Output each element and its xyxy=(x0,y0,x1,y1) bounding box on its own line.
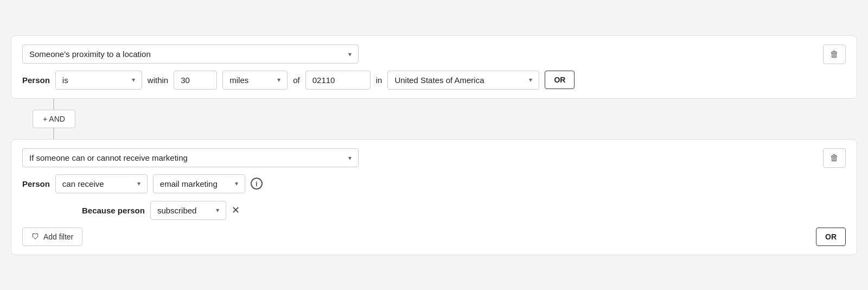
country-dropdown[interactable]: United States of America ▾ xyxy=(387,71,539,90)
card1-row: Person is ▾ within miles ▾ of in United … xyxy=(22,71,846,90)
add-filter-button[interactable]: ⛉ Add filter xyxy=(22,228,82,246)
close-button[interactable]: ✕ xyxy=(232,205,240,215)
proximity-condition-dropdown[interactable]: Someone's proximity to a location ▾ xyxy=(22,45,359,64)
proximity-card: Someone's proximity to a location ▾ 🗑 Pe… xyxy=(11,35,857,99)
email-marketing-dropdown[interactable]: email marketing ▾ xyxy=(153,174,245,193)
info-icon[interactable]: i xyxy=(251,178,263,190)
and-button[interactable]: + AND xyxy=(33,110,75,128)
add-filter-label: Add filter xyxy=(43,232,73,241)
subscribed-value: subscribed xyxy=(157,206,197,215)
card2-header: If someone can or cannot receive marketi… xyxy=(22,148,846,168)
email-marketing-chevron: ▾ xyxy=(235,180,238,187)
card2-or-button[interactable]: OR xyxy=(816,228,846,246)
and-label: + AND xyxy=(43,115,65,123)
card2-condition-select: If someone can or cannot receive marketi… xyxy=(22,148,359,167)
subscribed-chevron: ▾ xyxy=(216,206,219,214)
of-label: of xyxy=(293,75,300,85)
distance-input[interactable] xyxy=(174,71,217,90)
connector-line-bottom xyxy=(53,128,54,139)
card2-person-label: Person xyxy=(22,179,50,188)
card1-or-button[interactable]: OR xyxy=(545,71,575,89)
country-chevron: ▾ xyxy=(529,76,532,84)
zipcode-input[interactable] xyxy=(305,71,371,90)
miles-chevron: ▾ xyxy=(277,76,280,84)
trash-icon: 🗑 xyxy=(830,49,839,59)
proximity-condition-chevron: ▾ xyxy=(348,51,352,58)
miles-dropdown[interactable]: miles ▾ xyxy=(222,71,288,90)
in-label: in xyxy=(376,75,382,85)
miles-value: miles xyxy=(229,75,248,85)
marketing-condition-chevron: ▾ xyxy=(348,154,352,162)
card1-header: Someone's proximity to a location ▾ 🗑 xyxy=(22,45,846,64)
connector-line-top xyxy=(53,99,54,110)
subscribed-dropdown[interactable]: subscribed ▾ xyxy=(150,201,226,220)
because-label: Because person xyxy=(82,206,145,215)
marketing-condition-label: If someone can or cannot receive marketi… xyxy=(29,153,188,162)
can-receive-chevron: ▾ xyxy=(137,180,141,187)
marketing-card: If someone can or cannot receive marketi… xyxy=(11,139,857,255)
country-value: United States of America xyxy=(394,75,484,85)
main-container: Someone's proximity to a location ▾ 🗑 Pe… xyxy=(11,35,857,255)
trash-icon-2: 🗑 xyxy=(830,153,839,163)
is-value: is xyxy=(62,75,68,85)
because-row: Because person subscribed ▾ ✕ xyxy=(22,201,846,220)
can-receive-dropdown[interactable]: can receive ▾ xyxy=(55,174,148,193)
card2-or-label: OR xyxy=(825,232,837,241)
can-receive-value: can receive xyxy=(62,179,104,188)
is-chevron: ▾ xyxy=(132,76,135,84)
card2-rows: Person can receive ▾ email marketing ▾ i… xyxy=(22,174,846,246)
proximity-condition-label: Someone's proximity to a location xyxy=(29,49,151,59)
within-label: within xyxy=(148,75,168,85)
email-marketing-value: email marketing xyxy=(160,179,218,188)
marketing-condition-dropdown[interactable]: If someone can or cannot receive marketi… xyxy=(22,148,359,167)
card2-delete-button[interactable]: 🗑 xyxy=(823,148,846,168)
bottom-row: ⛉ Add filter OR xyxy=(22,228,846,246)
card1-delete-button[interactable]: 🗑 xyxy=(823,45,846,64)
card1-or-label: OR xyxy=(554,75,565,84)
is-dropdown[interactable]: is ▾ xyxy=(55,71,142,90)
card1-condition-select: Someone's proximity to a location ▾ xyxy=(22,45,359,64)
card2-person-row: Person can receive ▾ email marketing ▾ i xyxy=(22,174,846,193)
filter-icon: ⛉ xyxy=(31,232,39,241)
card1-person-label: Person xyxy=(22,75,50,85)
